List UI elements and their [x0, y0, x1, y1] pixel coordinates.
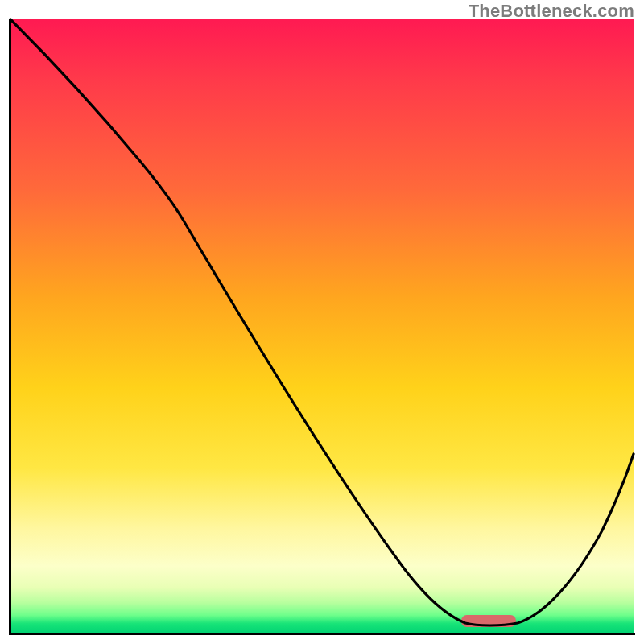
y-axis-line	[9, 19, 11, 635]
x-axis-line	[9, 633, 635, 635]
bottleneck-curve	[10, 19, 634, 625]
chart-frame: TheBottleneck.com	[0, 0, 644, 644]
curve-layer	[10, 19, 634, 634]
plot-area	[10, 19, 634, 634]
